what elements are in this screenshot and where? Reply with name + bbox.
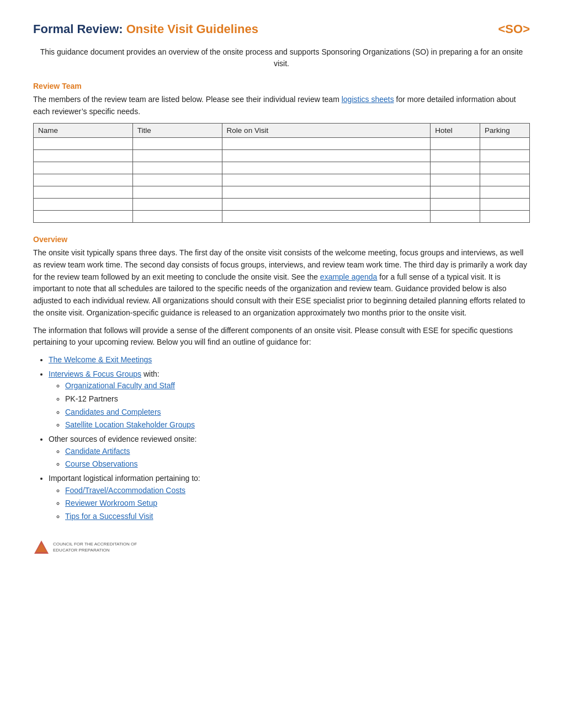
table-cell (132, 174, 222, 186)
sub-list: Organizational Faculty and StaffPK-12 Pa… (65, 380, 530, 431)
col-header-name: Name (34, 124, 133, 138)
table-cell (222, 162, 431, 174)
footer: COUNCIL FOR THE ACCREDITATION OF EDUCATO… (33, 539, 530, 556)
footer-line2: EDUCATOR PREPARATION (53, 548, 110, 553)
table-cell (480, 174, 530, 186)
table-cell (132, 186, 222, 199)
table-cell (222, 150, 431, 162)
table-row (34, 199, 530, 211)
table-cell (431, 138, 480, 150)
overview-para2: The information that follows will provid… (33, 325, 530, 349)
sub-list-item: Tips for a Successful Visit (65, 511, 530, 523)
sub-list-item-link[interactable]: Candidate Artifacts (65, 447, 130, 456)
table-cell (480, 186, 530, 199)
table-cell (431, 174, 480, 186)
table-cell (480, 162, 530, 174)
table-cell (431, 162, 480, 174)
list-item-link[interactable]: The Welcome & Exit Meetings (49, 355, 152, 364)
table-cell (480, 211, 530, 223)
logistics-sheets-link[interactable]: logistics sheets (342, 95, 394, 104)
sub-list-item-link[interactable]: Organizational Faculty and Staff (65, 381, 175, 390)
table-cell (431, 211, 480, 223)
title-so-tag: <SO> (498, 22, 530, 36)
sub-list-item: Reviewer Workroom Setup (65, 497, 530, 510)
sub-list-item: PK-12 Partners (65, 393, 530, 405)
col-header-role: Role on Visit (222, 124, 431, 138)
table-cell (222, 186, 431, 199)
sub-list-item: Organizational Faculty and Staff (65, 380, 530, 392)
table-row (34, 138, 530, 150)
sub-list-item: Candidate Artifacts (65, 446, 530, 458)
table-cell (132, 138, 222, 150)
intro-text: This guidance document provides an overv… (33, 46, 530, 69)
table-cell (480, 199, 530, 211)
sub-list-item-link[interactable]: Tips for a Successful Visit (65, 512, 153, 521)
table-cell (34, 138, 133, 150)
list-item-text: Other sources of evidence reviewed onsit… (49, 435, 196, 443)
table-cell (222, 211, 431, 223)
footer-logo: COUNCIL FOR THE ACCREDITATION OF EDUCATO… (33, 539, 137, 556)
sub-list-item-link[interactable]: Reviewer Workroom Setup (65, 499, 157, 507)
sub-list-item: Course Observations (65, 458, 530, 470)
caep-logo-icon (33, 539, 50, 556)
table-cell (480, 138, 530, 150)
list-item-suffix: with: (141, 370, 160, 378)
table-cell (34, 186, 133, 199)
list-item: The Welcome & Exit Meetings (49, 354, 530, 366)
table-cell (34, 211, 133, 223)
col-header-title: Title (132, 124, 222, 138)
review-team-table: Name Title Role on Visit Hotel Parking (33, 123, 530, 223)
review-team-body: The members of the review team are liste… (33, 94, 530, 117)
table-cell (34, 199, 133, 211)
table-cell (34, 174, 133, 186)
sub-list: Food/Travel/Accommodation CostsReviewer … (65, 485, 530, 523)
table-cell (132, 211, 222, 223)
table-cell (222, 174, 431, 186)
col-header-hotel: Hotel (431, 124, 480, 138)
table-cell (34, 162, 133, 174)
sub-list-item-link[interactable]: Course Observations (65, 459, 138, 468)
table-row (34, 150, 530, 162)
overview-heading: Overview (33, 235, 530, 244)
title-formal: Formal Review: (33, 22, 123, 36)
footer-org-text: COUNCIL FOR THE ACCREDITATION OF EDUCATO… (53, 542, 137, 553)
sub-list-item-text: PK-12 Partners (65, 394, 118, 403)
table-cell (222, 138, 431, 150)
review-team-section: Review Team The members of the review te… (33, 82, 530, 223)
table-cell (132, 150, 222, 162)
title-onsite: Onsite Visit Guidelines (123, 22, 258, 36)
table-cell (222, 199, 431, 211)
overview-section: Overview The onsite visit typically span… (33, 235, 530, 522)
col-header-parking: Parking (480, 124, 530, 138)
sub-list-item: Satellite Location Stakeholder Groups (65, 419, 530, 431)
sub-list-item: Food/Travel/Accommodation Costs (65, 485, 530, 497)
table-cell (132, 199, 222, 211)
sub-list-item-link[interactable]: Candidates and Completers (65, 408, 161, 416)
sub-list: Candidate ArtifactsCourse Observations (65, 446, 530, 470)
footer-line1: COUNCIL FOR THE ACCREDITATION OF (53, 542, 137, 547)
table-row (34, 162, 530, 174)
review-team-text1: The members of the review team are liste… (33, 95, 339, 104)
list-item: Other sources of evidence reviewed onsit… (49, 433, 530, 470)
table-row (34, 186, 530, 199)
list-item: Interviews & Focus Groups with:Organizat… (49, 368, 530, 431)
overview-para1: The onsite visit typically spans three d… (33, 247, 530, 319)
table-cell (431, 199, 480, 211)
review-team-heading: Review Team (33, 82, 530, 90)
table-cell (34, 150, 133, 162)
table-cell (431, 186, 480, 199)
list-item: Important logistical information pertain… (49, 473, 530, 523)
list-item-text: Important logistical information pertain… (49, 474, 200, 483)
table-row (34, 174, 530, 186)
page-title: Formal Review: Onsite Visit Guidelines (33, 22, 258, 36)
table-row (34, 211, 530, 223)
overview-list: The Welcome & Exit MeetingsInterviews & … (49, 354, 530, 523)
list-item-link[interactable]: Interviews & Focus Groups (49, 370, 141, 378)
sub-list-item-link[interactable]: Food/Travel/Accommodation Costs (65, 486, 185, 495)
sub-list-item: Candidates and Completers (65, 406, 530, 419)
example-agenda-link[interactable]: example agenda (320, 272, 378, 281)
sub-list-item-link[interactable]: Satellite Location Stakeholder Groups (65, 420, 195, 429)
table-cell (480, 150, 530, 162)
table-cell (431, 150, 480, 162)
table-cell (132, 162, 222, 174)
